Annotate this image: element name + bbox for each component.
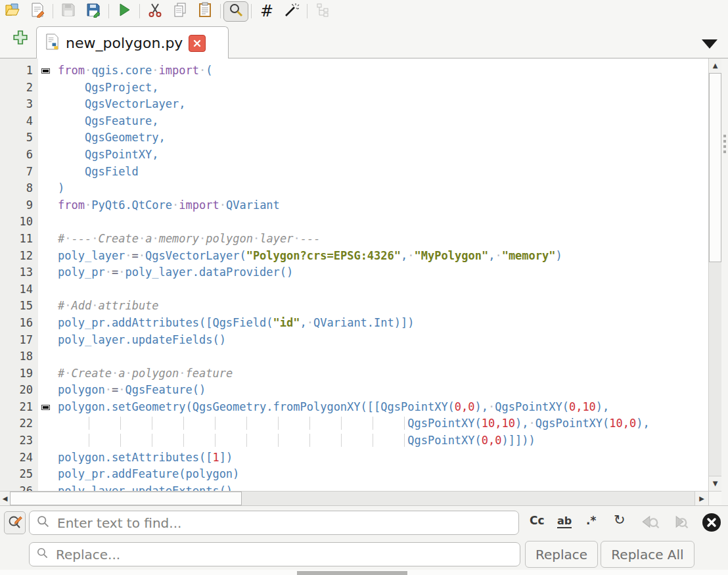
class-browser-button[interactable]: [310, 1, 335, 21]
cut-button[interactable]: [143, 1, 168, 21]
panel-splitter[interactable]: [721, 58, 728, 505]
code-line[interactable]: 15#·Add·attribute: [0, 298, 708, 315]
fold-margin[interactable]: [38, 432, 55, 449]
code-line[interactable]: 4 QgsFeature,: [0, 113, 708, 130]
replace-button[interactable]: Replace: [525, 541, 598, 568]
fold-margin[interactable]: [38, 96, 55, 113]
wrap-around-toggle[interactable]: ↻: [614, 512, 626, 528]
code-line[interactable]: 5 QgsGeometry,: [0, 129, 708, 147]
paste-button[interactable]: [193, 1, 217, 21]
fold-margin[interactable]: [38, 332, 55, 349]
code-line[interactable]: 17poly_layer.updateFields(): [0, 332, 708, 349]
toggle-comment-button[interactable]: #: [254, 1, 279, 21]
code-line[interactable]: 2 QgsProject,: [0, 80, 708, 97]
horizontal-scrollbar[interactable]: ◀ ▶: [0, 491, 708, 505]
replace-input[interactable]: [55, 546, 513, 563]
whole-word-toggle[interactable]: ab: [557, 515, 572, 528]
fold-margin[interactable]: [38, 281, 55, 298]
fold-margin[interactable]: [38, 197, 55, 214]
fold-margin[interactable]: [38, 449, 55, 467]
replace-all-button[interactable]: Replace All: [601, 541, 694, 568]
code-line[interactable]: 18: [0, 348, 708, 365]
line-number: 19: [0, 365, 38, 382]
find-next-button[interactable]: [670, 513, 690, 534]
code-line[interactable]: 20polygon·=·QgsFeature(): [0, 382, 708, 399]
fold-margin[interactable]: [38, 315, 55, 332]
fold-margin[interactable]: [38, 129, 55, 147]
line-number: 22: [0, 415, 38, 432]
save-as-button[interactable]: [81, 1, 106, 21]
fold-margin[interactable]: [38, 80, 55, 97]
code-line[interactable]: 7 QgsField: [0, 164, 708, 181]
code-line[interactable]: 11#·---·Create·a·memory·polygon·layer·--…: [0, 231, 708, 248]
fold-margin[interactable]: [38, 180, 55, 197]
code-line[interactable]: 14: [0, 281, 708, 298]
fold-margin[interactable]: [38, 365, 55, 382]
fold-margin[interactable]: [38, 298, 55, 315]
scroll-down-button[interactable]: ▼: [709, 476, 721, 491]
find-button[interactable]: [223, 1, 248, 22]
fold-marker-icon[interactable]: [41, 405, 50, 410]
vertical-scrollbar[interactable]: ▲ ▼: [708, 58, 721, 491]
window-hscrollbar-thumb[interactable]: [297, 571, 407, 575]
code-line[interactable]: 8): [0, 180, 708, 197]
code-line[interactable]: 26poly_layer.updateExtents(): [0, 483, 708, 491]
scroll-right-button[interactable]: ▶: [694, 492, 708, 505]
code-lines[interactable]: 1from·qgis.core·import·(2 QgsProject,3 Q…: [0, 58, 708, 491]
find-input[interactable]: [56, 515, 512, 532]
copy-button[interactable]: [168, 1, 193, 21]
code-line[interactable]: 1from·qgis.core·import·(: [0, 62, 708, 80]
scroll-left-button[interactable]: ◀: [0, 492, 11, 505]
splitter-grip-dot: [723, 140, 726, 143]
fold-margin[interactable]: [38, 147, 55, 164]
tab-new-polygon[interactable]: new_polygon.py: [36, 26, 229, 59]
code-line[interactable]: 6 QgsPointXY,: [0, 147, 708, 164]
fold-margin[interactable]: [38, 348, 55, 365]
fold-margin[interactable]: [38, 164, 55, 181]
close-tab-button[interactable]: [189, 35, 206, 52]
close-find-bar-button[interactable]: [702, 513, 721, 535]
code-line[interactable]: 12poly_layer·=·QgsVectorLayer("Polygon?c…: [0, 248, 708, 265]
code-line[interactable]: 3 QgsVectorLayer,: [0, 96, 708, 113]
fold-margin[interactable]: [38, 248, 55, 265]
find-previous-button[interactable]: [641, 513, 661, 534]
fold-margin[interactable]: [38, 231, 55, 248]
add-tab-button[interactable]: [11, 29, 30, 49]
fold-margin[interactable]: [38, 415, 55, 432]
fold-margin[interactable]: [38, 466, 55, 483]
code-line[interactable]: 9from·PyQt6.QtCore·import·QVariant: [0, 197, 708, 214]
code-line[interactable]: 16poly_pr.addAttributes([QgsField("id",·…: [0, 315, 708, 332]
tab-title: new_polygon.py: [66, 35, 183, 51]
match-case-toggle[interactable]: Cc: [530, 514, 545, 527]
fold-margin[interactable]: [38, 62, 55, 80]
code-line[interactable]: 13poly_pr·=·poly_layer.dataProvider(): [0, 264, 708, 281]
format-code-button[interactable]: [279, 1, 304, 21]
search-icon: [36, 547, 49, 562]
regex-toggle[interactable]: .*: [586, 514, 596, 527]
fold-marker-icon[interactable]: [41, 68, 50, 74]
fold-margin[interactable]: [38, 264, 55, 281]
open-script-button[interactable]: [0, 1, 25, 21]
vertical-scrollbar-thumb[interactable]: [709, 73, 721, 262]
replace-bar: Replace Replace All: [0, 538, 728, 570]
toolbar-separator: [108, 4, 109, 18]
horizontal-scrollbar-thumb[interactable]: [10, 492, 242, 505]
code-line[interactable]: 22 QgsPointXY(10,10),·QgsPointXY(10,0),: [0, 415, 708, 432]
tab-list-dropdown[interactable]: [702, 39, 717, 49]
code-line[interactable]: 21polygon.setGeometry(QgsGeometry.fromPo…: [0, 399, 708, 416]
code-line[interactable]: 23 QgsPointXY(0,0)]])): [0, 432, 708, 449]
scroll-up-button[interactable]: ▲: [709, 58, 721, 74]
fold-margin[interactable]: [38, 399, 55, 416]
new-script-button[interactable]: [25, 1, 50, 21]
run-script-button[interactable]: [112, 1, 137, 21]
code-line[interactable]: 24polygon.setAttributes([1]): [0, 449, 708, 467]
fold-margin[interactable]: [38, 214, 55, 231]
fold-margin[interactable]: [38, 113, 55, 130]
code-line[interactable]: 10: [0, 214, 708, 231]
code-line[interactable]: 19#·Create·a·polygon·feature: [0, 365, 708, 382]
find-replace-toggle-button[interactable]: [4, 511, 26, 534]
fold-margin[interactable]: [38, 483, 55, 491]
fold-margin[interactable]: [38, 382, 55, 399]
save-button[interactable]: [56, 1, 81, 21]
code-line[interactable]: 25poly_pr.addFeature(polygon): [0, 466, 708, 483]
